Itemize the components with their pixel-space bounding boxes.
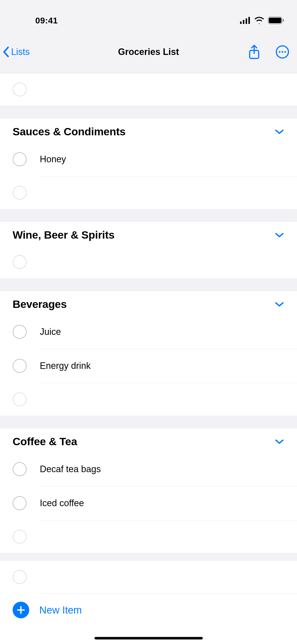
chevron-down-icon: [274, 439, 284, 445]
item-label: Decaf tea bags: [40, 464, 284, 474]
status-bar: 09:41: [0, 0, 297, 35]
list-item[interactable]: Iced coffee: [0, 486, 297, 520]
dotted-circle-icon: [13, 255, 27, 269]
placeholder-item[interactable]: [0, 520, 297, 553]
back-label: Lists: [11, 47, 30, 57]
list-item[interactable]: Juice: [0, 315, 297, 349]
section-title: Sauces & Condiments: [13, 125, 125, 138]
page-title: Groceries List: [118, 47, 179, 57]
chevron-down-icon: [274, 129, 284, 135]
section-title: Coffee & Tea: [13, 435, 77, 448]
home-indicator[interactable]: [94, 637, 203, 639]
nav-actions: [248, 44, 289, 59]
placeholder-item[interactable]: [0, 383, 297, 416]
status-indicators: [240, 17, 284, 24]
chevron-left-icon: [3, 46, 10, 57]
list-item[interactable]: Decaf tea bags: [0, 452, 297, 486]
svg-rect-2: [246, 18, 247, 24]
list-item[interactable]: Energy drink: [0, 349, 297, 383]
plus-circle-icon: [13, 602, 29, 618]
svg-rect-5: [269, 18, 281, 23]
dotted-circle-icon: [13, 530, 27, 544]
svg-point-11: [282, 51, 283, 52]
svg-point-12: [284, 51, 286, 52]
section-title: Wine, Beer & Spirits: [13, 229, 115, 241]
section-header-beverages[interactable]: Beverages: [0, 291, 297, 315]
section-separator: [0, 106, 297, 118]
battery-icon: [268, 17, 284, 24]
item-label: Energy drink: [40, 361, 284, 371]
placeholder-item[interactable]: [0, 561, 297, 593]
section-title: Beverages: [13, 298, 67, 310]
content: Sauces & Condiments Honey Wine, Beer & S…: [0, 73, 297, 626]
item-label: Juice: [40, 327, 284, 337]
placeholder-item[interactable]: [0, 176, 297, 209]
checkbox-circle[interactable]: [13, 325, 27, 339]
list-item[interactable]: Honey: [0, 142, 297, 176]
section-header-coffee[interactable]: Coffee & Tea: [0, 428, 297, 452]
chevron-down-icon: [274, 232, 284, 238]
svg-rect-6: [283, 19, 284, 22]
cellular-icon: [240, 17, 251, 24]
dotted-circle-icon: [13, 570, 27, 584]
svg-rect-0: [240, 21, 242, 24]
svg-point-10: [279, 51, 280, 52]
placeholder-item[interactable]: [0, 246, 297, 278]
item-label: Honey: [40, 154, 284, 165]
checkbox-circle[interactable]: [13, 152, 27, 166]
section-header-wine[interactable]: Wine, Beer & Spirits: [0, 222, 297, 246]
chevron-down-icon: [274, 301, 284, 307]
section-separator: [0, 209, 297, 222]
dotted-circle-icon: [13, 392, 27, 406]
section-separator: [0, 416, 297, 428]
checkbox-circle[interactable]: [13, 496, 27, 510]
placeholder-item[interactable]: [0, 73, 297, 106]
wifi-icon: [254, 17, 264, 24]
item-label: Iced coffee: [40, 498, 284, 508]
section-header-sauces[interactable]: Sauces & Condiments: [0, 118, 297, 142]
section-separator: [0, 553, 297, 561]
new-item-label: New Item: [39, 604, 82, 616]
nav-bar: Lists Groceries List: [0, 35, 297, 73]
dotted-circle-icon: [13, 186, 27, 200]
svg-rect-3: [248, 17, 250, 24]
section-separator: [0, 278, 297, 291]
svg-rect-1: [243, 20, 244, 24]
share-icon[interactable]: [248, 44, 260, 59]
checkbox-circle[interactable]: [13, 359, 27, 373]
back-button[interactable]: Lists: [3, 46, 30, 57]
dotted-circle-icon: [13, 82, 27, 96]
new-item-button[interactable]: New Item: [0, 594, 297, 626]
checkbox-circle[interactable]: [13, 462, 27, 476]
more-icon[interactable]: [275, 45, 289, 59]
status-time: 09:41: [35, 16, 58, 25]
